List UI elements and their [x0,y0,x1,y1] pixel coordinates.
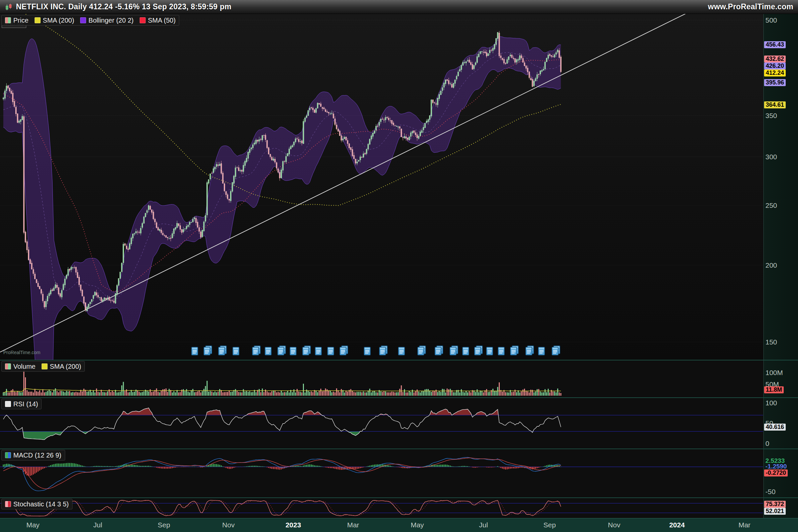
prorealtime-window: NETFLIX INC. Daily 412.24 -5.16% 13 Sep … [0,0,798,532]
legend-swatch-icon [80,17,86,23]
rsi-line [3,408,561,440]
legend-swatch-icon [5,452,11,458]
news-icon[interactable] [378,346,390,357]
news-icon[interactable] [417,346,428,357]
bollinger-lower-label: 395.96 [764,79,786,86]
news-icon[interactable] [363,346,374,357]
legend-label: MACD (12 26 9) [13,452,61,459]
news-icon[interactable] [474,346,485,357]
news-icon[interactable] [449,346,460,357]
news-icon[interactable] [191,346,202,357]
macd-line [3,457,561,491]
legend-label: SMA (200) [43,17,74,24]
news-icon[interactable] [314,346,325,357]
panel-separator[interactable] [0,497,798,498]
time-axis-label: May [411,521,424,529]
stochastic-chart-canvas[interactable] [0,498,763,518]
legend-swatch-icon [140,17,146,23]
legend-label: RSI (14) [13,400,38,408]
news-icon[interactable] [203,346,214,357]
time-axis-label: 2023 [286,521,301,529]
legend-label: Stochastic (14 3 5) [13,500,69,508]
sma-50-label: 432.62 [764,56,786,62]
instrument-title: NETFLIX INC. Daily 412.24 -5.16% 13 Sep … [16,2,231,11]
macd-grid-label: -50 [765,488,775,495]
news-icon[interactable] [551,346,562,357]
legend-item-rsi-14[interactable]: RSI (14) [5,400,38,408]
price-grid-label: 250 [765,202,777,209]
volume-value-label: 11.8M [764,386,784,393]
legend-item-sma-200[interactable]: SMA (200) [35,17,74,24]
price-legend: PriceSMA (200)Bollinger (20 2)SMA (50) [1,15,179,25]
legend-label: Price [13,17,28,24]
time-axis-label: Mar [347,521,359,529]
volume-legend: VolumeSMA (200) [1,361,85,372]
time-axis-label: Nov [608,521,620,529]
rsi-grid-label: 0 [765,440,770,447]
legend-item-price[interactable]: Price [5,17,28,24]
news-icon[interactable] [277,346,288,357]
legend-item-volume[interactable]: Volume [5,363,36,370]
stochastic-k-line [3,500,561,516]
legend-item-stochastic-14-3-5[interactable]: Stochastic (14 3 5) [5,500,69,508]
news-icon[interactable] [434,346,445,357]
time-axis-label: Sep [158,521,170,529]
macd-value-label: -0.2720 [764,470,788,476]
news-icon[interactable] [289,346,300,357]
title-bar: NETFLIX INC. Daily 412.24 -5.16% 13 Sep … [0,0,798,14]
news-icon[interactable] [537,346,549,357]
volume-grid-label: 100M [765,369,783,376]
news-icon[interactable] [326,346,338,357]
panel-separator[interactable] [0,449,798,449]
legend-item-macd-12-26-9[interactable]: MACD (12 26 9) [5,452,61,459]
news-icon[interactable] [461,346,473,357]
legend-swatch-icon [5,363,11,369]
volume-chart-canvas[interactable] [0,360,763,397]
news-icon[interactable] [232,346,243,357]
legend-item-sma-200[interactable]: SMA (200) [41,363,81,370]
news-icon[interactable] [497,346,508,357]
time-axis[interactable]: MayJulSepNov2023MarMayJulSepNov2024Mar [0,518,798,532]
legend-label: SMA (50) [148,17,175,24]
macd-chart-canvas[interactable] [0,449,763,497]
news-icon[interactable] [217,346,229,357]
legend-swatch-icon [5,501,11,507]
news-icon[interactable] [397,346,408,357]
watermark: ProRealTime.com [3,350,41,355]
price-grid-label: 150 [765,339,777,346]
rsi-chart-canvas[interactable] [0,398,763,449]
news-icon[interactable] [302,346,313,357]
sma-200-label: 364.61 [764,101,786,108]
rsi-overbought-zone [3,408,561,440]
time-axis-label: Jul [93,521,102,529]
legend-item-sma-50[interactable]: SMA (50) [140,17,175,24]
price-grid-label: 200 [765,262,777,269]
news-icon[interactable] [509,346,521,357]
time-axis-label: Jul [479,521,488,529]
macd-signal-line [3,458,561,489]
rsi-grid-label: 100 [765,399,777,407]
price-chart-canvas[interactable] [0,14,763,360]
rsi-value-label: 40.616 [764,424,786,431]
time-axis-label: 2024 [669,521,685,529]
legend-item-bollinger-20-2[interactable]: Bollinger (20 2) [80,17,134,24]
legend-swatch-icon [41,363,48,369]
news-icon[interactable] [339,346,350,357]
legend-swatch-icon [35,17,41,23]
price-grid-label: 300 [765,153,777,160]
time-axis-label: May [26,521,40,529]
news-icon[interactable] [251,346,263,357]
news-icon[interactable] [486,346,497,357]
macd-histogram [3,463,562,476]
chart-app-icon [5,3,13,11]
macd-legend: MACD (12 26 9) [1,450,65,460]
news-icon[interactable] [525,346,536,357]
bollinger-mid-label: 426.20 [764,62,786,70]
bollinger-upper-label: 456.43 [764,41,786,48]
panel-separator[interactable] [0,397,798,398]
panel-separator[interactable] [0,360,798,360]
last-price-label: 412.24 [764,70,786,76]
news-icon[interactable] [264,346,275,357]
stochastic-value-label: 52.021 [764,508,786,515]
rsi-oversold-zone [3,408,561,440]
